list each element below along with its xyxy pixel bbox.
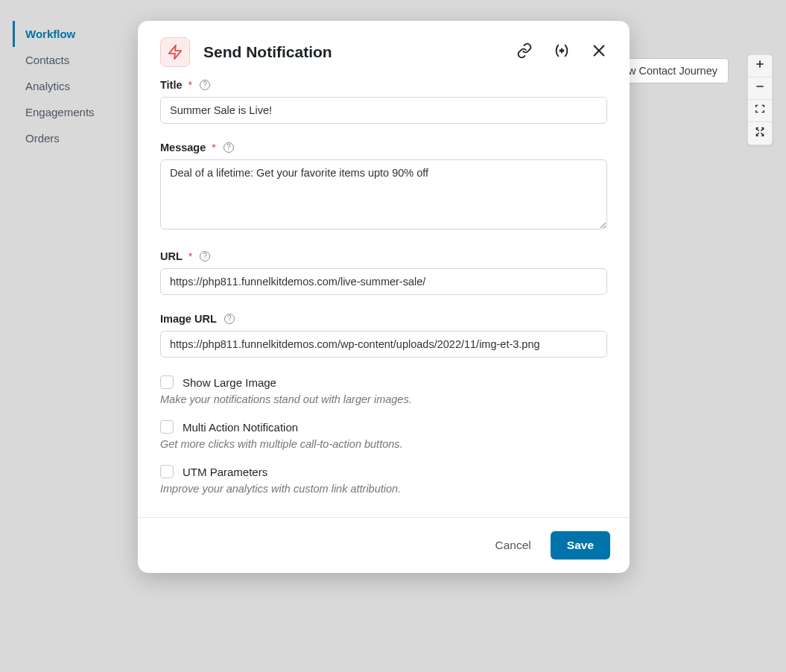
message-label: Message [160,142,206,153]
sidebar-item-engagements[interactable]: Engagements [13,99,132,125]
utm-group: UTM Parameters Improve your analytics wi… [160,465,607,495]
modal-footer: Cancel Save [138,517,630,573]
title-input[interactable] [160,97,607,124]
lightning-icon [160,37,190,67]
image-url-label: Image URL [160,313,217,325]
show-large-image-checkbox[interactable] [160,375,174,389]
help-icon[interactable]: ? [224,314,235,324]
multi-action-label: Multi Action Notification [183,421,298,434]
zoom-fullscreen-button[interactable] [748,122,772,145]
sidebar-item-orders[interactable]: Orders [13,125,132,151]
title-group: Title * ? [160,79,607,124]
fullscreen-icon [754,126,766,142]
minus-icon [754,80,766,96]
required-mark: * [188,250,192,262]
utm-label: UTM Parameters [183,466,267,478]
close-icon [591,42,607,62]
sidebar-item-analytics[interactable]: Analytics [13,73,132,99]
plus-icon [754,58,766,74]
required-mark: * [188,79,192,91]
merge-tags-button[interactable] [554,42,570,62]
show-large-image-desc: Make your notifications stand out with l… [160,393,607,405]
merge-tags-icon [554,42,570,62]
image-url-group: Image URL ? [160,313,607,358]
svg-point-9 [562,50,563,51]
svg-marker-7 [169,45,182,59]
multi-action-checkbox[interactable] [160,420,174,434]
save-button[interactable]: Save [551,531,610,560]
multi-action-desc: Get more clicks with multiple call-to-ac… [160,438,607,450]
multi-action-group: Multi Action Notification Get more click… [160,420,607,450]
message-group: Message * ? [160,142,607,232]
show-large-image-label: Show Large Image [183,376,276,389]
sidebar-nav: Workflow Contacts Analytics Engagements … [13,21,132,151]
title-label: Title [160,79,183,91]
link-icon [516,42,533,62]
modal-title: Send Notification [203,43,516,61]
send-notification-modal: Send Notification [138,21,630,573]
show-large-image-group: Show Large Image Make your notifications… [160,375,607,405]
url-input[interactable] [160,268,607,295]
utm-checkbox[interactable] [160,465,174,478]
help-icon[interactable]: ? [200,80,210,90]
message-textarea[interactable] [160,159,607,229]
help-icon[interactable]: ? [224,142,234,153]
zoom-out-button[interactable] [748,77,772,100]
page-root: Workflow Contacts Analytics Engagements … [0,0,786,672]
zoom-controls [747,54,773,145]
link-button[interactable] [516,42,533,62]
utm-desc: Improve your analytics with custom link … [160,483,607,495]
svg-point-8 [560,50,560,51]
required-mark: * [212,142,215,153]
zoom-in-button[interactable] [748,55,772,77]
modal-header-actions [516,42,607,62]
url-label: URL [160,250,183,262]
image-url-input[interactable] [160,331,607,358]
modal-body: Title * ? Message * ? URL * [138,79,630,517]
help-icon[interactable]: ? [200,251,210,261]
sidebar-item-contacts[interactable]: Contacts [13,47,132,73]
cancel-button[interactable]: Cancel [495,539,531,552]
modal-header: Send Notification [138,21,630,79]
url-group: URL * ? [160,250,607,295]
close-button[interactable] [591,42,607,62]
fit-icon [754,103,766,118]
zoom-fit-button[interactable] [748,100,772,122]
sidebar-item-workflow[interactable]: Workflow [13,21,132,47]
